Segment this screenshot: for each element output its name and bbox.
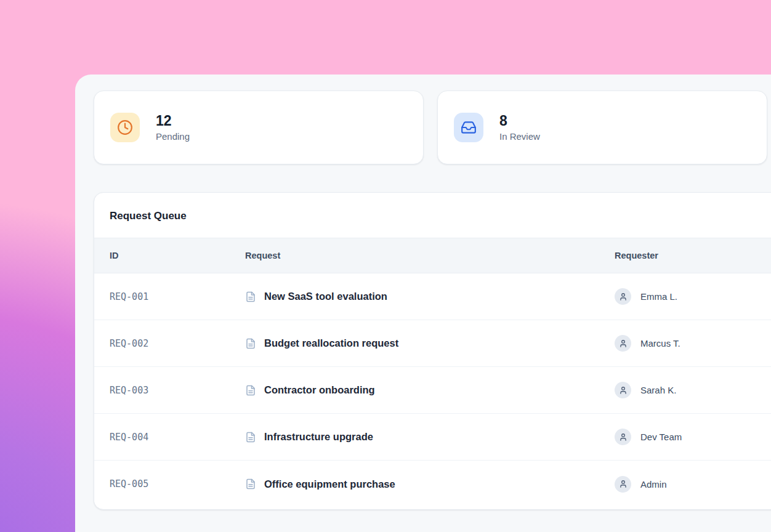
- requester-name: Sarah K.: [640, 385, 676, 395]
- requester-name: Marcus T.: [640, 338, 680, 349]
- request-id: REQ-004: [110, 432, 245, 443]
- request-queue-card: Request Queue ID Request Requester REQ-0…: [94, 192, 771, 510]
- clock-icon: [110, 113, 140, 142]
- request-title: Contractor onboarding: [264, 384, 375, 396]
- stat-card-pending: 12 Pending: [94, 91, 424, 164]
- stats-row: 12 Pending 8 In Review: [94, 91, 771, 164]
- main-panel: 12 Pending 8 In Review: [75, 75, 771, 532]
- table-row[interactable]: REQ-004 Infrastructure upgrade Dev Team: [94, 414, 771, 461]
- user-avatar: [615, 335, 631, 352]
- column-header-request: Request: [245, 251, 615, 260]
- request-title: New SaaS tool evaluation: [264, 291, 387, 302]
- table-row[interactable]: REQ-002 Budget reallocation request Marc…: [94, 320, 771, 367]
- request-id: REQ-003: [110, 385, 245, 396]
- column-header-requester: Requester: [615, 251, 771, 260]
- stat-text-in-review: 8 In Review: [499, 114, 540, 141]
- request-title: Office equipment purchase: [264, 478, 395, 490]
- requester-name: Emma L.: [640, 291, 677, 302]
- user-avatar: [615, 382, 631, 398]
- table-row[interactable]: REQ-001 New SaaS tool evaluation Emma L.: [94, 273, 771, 320]
- in-review-label: In Review: [499, 132, 540, 141]
- table-title: Request Queue: [94, 193, 771, 238]
- file-text-icon: [245, 385, 256, 396]
- file-text-icon: [245, 291, 256, 302]
- request-id: REQ-002: [110, 338, 245, 349]
- user-avatar: [615, 288, 631, 305]
- file-text-icon: [245, 478, 256, 490]
- in-review-count: 8: [499, 114, 540, 128]
- table-header-row: ID Request Requester: [94, 238, 771, 273]
- pending-count: 12: [156, 114, 190, 128]
- requester-name: Admin: [640, 479, 667, 490]
- request-title: Budget reallocation request: [264, 337, 398, 349]
- request-id: REQ-001: [110, 291, 245, 302]
- file-text-icon: [245, 432, 256, 443]
- requester-name: Dev Team: [640, 432, 682, 442]
- file-text-icon: [245, 338, 256, 349]
- column-header-id: ID: [110, 251, 245, 260]
- request-id: REQ-005: [110, 478, 245, 490]
- user-avatar: [615, 476, 631, 493]
- stat-card-in-review: 8 In Review: [437, 91, 767, 164]
- pending-label: Pending: [156, 132, 190, 141]
- request-title: Infrastructure upgrade: [264, 431, 373, 443]
- table-row[interactable]: REQ-005 Office equipment purchase Admin: [94, 461, 771, 507]
- stat-text-pending: 12 Pending: [156, 114, 190, 141]
- screen: 12 Pending 8 In Review: [0, 0, 771, 532]
- user-avatar: [615, 429, 631, 445]
- inbox-icon: [454, 113, 483, 142]
- table-row[interactable]: REQ-003 Contractor onboarding Sarah K.: [94, 367, 771, 414]
